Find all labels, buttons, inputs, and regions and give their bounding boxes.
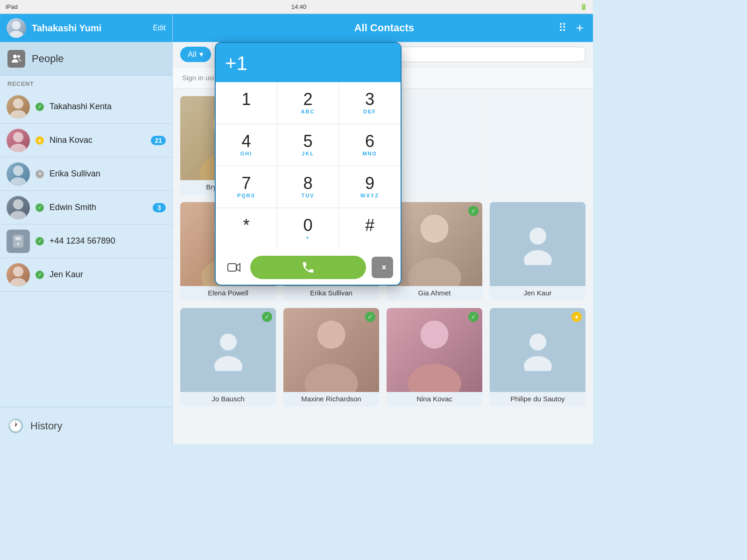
key-letters: ABC — [301, 109, 315, 115]
svg-point-7 — [10, 144, 27, 152]
key-number: # — [365, 217, 374, 234]
contact-name: Jo Bausch — [210, 395, 246, 403]
status-indicator: ● — [35, 136, 44, 145]
key-number: 8 — [303, 175, 312, 192]
dialpad-key[interactable]: 4 GHI — [216, 124, 277, 166]
sidebar: Tahakashi Yumi Edit People RECENT ✓ Taka… — [0, 14, 173, 444]
status-indicator: ✕ — [35, 170, 44, 178]
contact-photo — [387, 308, 482, 392]
key-letters: DEF — [363, 109, 376, 115]
svg-point-37 — [524, 356, 552, 371]
call-button[interactable] — [250, 256, 366, 279]
status-indicator: ✓ — [35, 271, 44, 279]
key-number: 7 — [241, 175, 251, 192]
contact-card[interactable]: ✓ Nina Kovac — [387, 308, 482, 406]
svg-point-27 — [408, 258, 461, 286]
list-item[interactable]: ✓ Edwin Smith 3 — [0, 191, 172, 224]
avatar — [7, 95, 30, 119]
contact-name: Maxine Richardson — [299, 395, 363, 403]
key-number: 5 — [303, 133, 312, 150]
status-badge: ✓ — [262, 312, 272, 322]
svg-point-0 — [12, 21, 21, 29]
svg-point-16 — [10, 278, 27, 287]
svg-point-34 — [421, 321, 449, 349]
key-letters: GHI — [240, 151, 253, 157]
grid-icon[interactable]: ⠿ — [558, 21, 567, 35]
list-item[interactable]: ✓ Takahashi Kenta — [0, 90, 172, 124]
avatar — [7, 196, 30, 219]
key-letters: TUV — [302, 193, 315, 199]
svg-point-1 — [9, 31, 23, 38]
contact-card[interactable]: ✓ Jo Bausch — [180, 308, 276, 406]
key-number: 0 — [303, 217, 312, 234]
dialpad-grid: 1 2 ABC 3 DEF 4 GHI 5 JKL 6 MNO 7 PQRS 8… — [216, 82, 401, 250]
status-indicator: ✓ — [35, 103, 44, 111]
list-item[interactable]: ● Nina Kovac 21 — [0, 124, 172, 157]
dialpad-key[interactable]: 1 — [216, 82, 277, 124]
list-item[interactable]: ✓ Jen Kaur — [0, 258, 172, 292]
status-badge: ✓ — [365, 312, 375, 322]
dialpad-key[interactable]: 3 DEF — [339, 82, 401, 124]
svg-point-29 — [524, 250, 552, 265]
filter-dropdown[interactable]: All ▾ — [180, 47, 211, 62]
sidebar-item-people[interactable]: People — [0, 42, 172, 76]
status-indicator: ✓ — [35, 237, 44, 245]
contact-card[interactable]: Jen Kaur — [490, 202, 585, 301]
edit-button[interactable]: Edit — [153, 24, 166, 32]
svg-rect-38 — [228, 264, 236, 271]
dialpad-key[interactable]: 0 + — [277, 208, 339, 250]
dialpad-key[interactable]: 9 WXYZ — [339, 166, 401, 208]
avatar — [7, 18, 26, 38]
dialpad-key[interactable]: 2 ABC — [277, 82, 339, 124]
page-title: All Contacts — [354, 22, 414, 34]
dialpad-key[interactable]: 6 MNO — [339, 124, 401, 166]
contact-name: Philipe du Sautoy — [508, 395, 567, 403]
svg-point-5 — [10, 110, 27, 119]
svg-point-35 — [408, 364, 461, 392]
people-icon — [7, 50, 25, 68]
dialpad-overlay: +1 1 2 ABC 3 DEF 4 GHI 5 JKL 6 MNO 7 PQR… — [215, 42, 402, 286]
video-call-icon[interactable] — [223, 257, 245, 278]
contact-card[interactable]: ● Philipe du Sautoy — [490, 308, 585, 406]
list-item[interactable]: ✓ +44 1234 567890 — [0, 224, 172, 258]
phone-number: +44 1234 567890 — [49, 236, 115, 246]
status-time: 14:40 — [291, 3, 307, 10]
dialpad-key[interactable]: 8 TUV — [277, 166, 339, 208]
contact-card[interactable]: ✓ Maxine Richardson — [283, 308, 379, 406]
svg-point-28 — [529, 228, 546, 245]
key-letters: WXYZ — [360, 193, 379, 199]
contact-name: Erika Sullivan — [49, 169, 166, 179]
svg-point-30 — [220, 334, 237, 350]
backspace-button[interactable] — [372, 257, 393, 278]
add-contact-button[interactable]: + — [576, 21, 584, 35]
key-number: * — [243, 217, 249, 234]
contact-photo-placeholder — [180, 308, 276, 392]
svg-point-31 — [214, 356, 242, 371]
key-letters: MNO — [362, 151, 377, 157]
key-letters: + — [306, 235, 310, 241]
svg-point-2 — [13, 55, 17, 58]
key-number: 6 — [365, 133, 374, 150]
dialpad-key[interactable]: 7 PQRS — [216, 166, 277, 208]
svg-point-32 — [317, 321, 345, 349]
status-badge: ✓ — [468, 312, 479, 322]
dialpad-key[interactable]: * — [216, 208, 277, 250]
unread-badge: 21 — [151, 136, 166, 145]
dialpad-key[interactable]: # — [339, 208, 401, 250]
main-header: All Contacts ⠿ + — [173, 14, 593, 42]
contact-name: Nina Kovac — [49, 135, 145, 145]
header-actions: ⠿ + — [558, 21, 584, 35]
status-badge: ✓ — [468, 206, 479, 216]
contact-photo-placeholder — [490, 308, 585, 392]
svg-point-11 — [10, 211, 27, 219]
svg-point-6 — [13, 132, 23, 142]
svg-point-26 — [421, 215, 449, 243]
status-indicator: ✓ — [35, 203, 44, 212]
dialpad-key[interactable]: 5 JKL — [277, 124, 339, 166]
list-item[interactable]: ✕ Erika Sullivan — [0, 157, 172, 191]
contact-photo — [283, 308, 379, 392]
contact-name: Elena Powell — [206, 289, 250, 297]
contact-name: Edwin Smith — [49, 203, 147, 212]
svg-point-15 — [13, 266, 23, 277]
sidebar-item-history[interactable]: 🕐 History — [0, 407, 172, 444]
